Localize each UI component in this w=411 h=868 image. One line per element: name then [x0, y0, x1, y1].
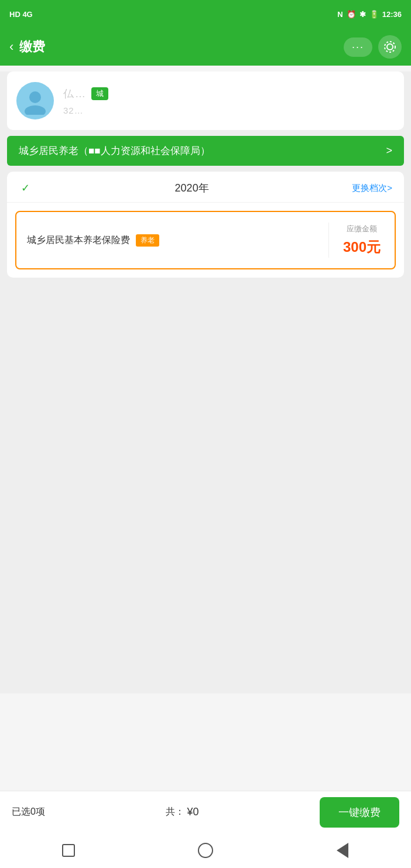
user-name: 仏…: [63, 87, 87, 101]
change-level-button[interactable]: 更换档次>: [352, 183, 392, 194]
alarm-icon: ⏰: [347, 10, 356, 19]
pension-badge: 养老: [136, 234, 159, 247]
nav-bar: ‹ 缴费 ···: [0, 28, 411, 66]
user-id: 32…: [63, 105, 395, 115]
battery-icon: 🔋: [369, 10, 379, 19]
home-icon: [198, 843, 213, 858]
bluetooth-icon: ✱: [359, 10, 366, 19]
avatar-head: [29, 91, 41, 103]
fee-item-left: 城乡居民基本养老保险费 养老: [16, 223, 328, 258]
user-info: 仏… 城 32…: [63, 87, 395, 115]
city-badge: 城: [91, 87, 108, 100]
nav-left: ‹ 缴费: [9, 38, 45, 56]
scan-button[interactable]: [378, 35, 402, 59]
system-nav-bar: [0, 833, 411, 868]
user-avatar: [16, 82, 54, 119]
service-banner-text: 城乡居民养老（■■人力资源和社会保障局）: [19, 144, 210, 158]
total-amount: ¥0: [187, 806, 198, 818]
nav-right: ···: [344, 35, 402, 59]
recents-icon: [62, 844, 75, 857]
status-left: HD 4G: [9, 10, 33, 19]
sys-nav-back[interactable]: [332, 840, 353, 861]
more-button[interactable]: ···: [344, 37, 372, 57]
status-bar: HD 4G N ⏰ ✱ 🔋 12:36: [0, 0, 411, 28]
fee-item-right: 应缴金额 300元: [329, 212, 395, 268]
service-banner-arrow: >: [386, 145, 392, 157]
pay-button[interactable]: 一键缴费: [320, 797, 399, 828]
status-right: N ⏰ ✱ 🔋 12:36: [337, 10, 402, 19]
nfc-icon: N: [337, 10, 342, 19]
service-banner[interactable]: 城乡居民养老（■■人力资源和社会保障局） >: [7, 136, 404, 166]
checkmark-icon: ✓: [19, 182, 32, 194]
selected-count: 已选0项: [12, 806, 45, 818]
total-prefix: 共：: [166, 806, 184, 818]
back-button[interactable]: ‹: [9, 39, 13, 54]
status-time: 12:36: [382, 10, 402, 19]
scan-circle-icon: [387, 44, 393, 50]
fee-amount-label: 应缴金额: [343, 224, 381, 234]
avatar-body: [25, 105, 46, 115]
sys-nav-home[interactable]: [195, 840, 216, 861]
status-network: HD 4G: [9, 10, 33, 19]
year-label: 2020年: [175, 181, 209, 195]
fee-card-header: ✓ 2020年 更换档次>: [7, 172, 404, 203]
page-title: 缴费: [19, 38, 45, 56]
empty-area: [0, 283, 411, 693]
sys-nav-recents[interactable]: [58, 840, 79, 861]
fee-amount: 300元: [343, 238, 381, 257]
main-content: 仏… 城 32… 城乡居民养老（■■人力资源和社会保障局） > ✓ 2020年 …: [0, 71, 411, 693]
user-name-row: 仏… 城: [63, 87, 395, 101]
back-icon: [337, 843, 348, 858]
fee-item[interactable]: 城乡居民基本养老保险费 养老 应缴金额 300元: [15, 211, 396, 269]
fee-card: ✓ 2020年 更换档次> 城乡居民基本养老保险费 养老 应缴金额 300元: [7, 172, 404, 278]
scan-outer-icon: [385, 42, 395, 52]
bottom-bar: 已选0项 共： ¥0 一键缴费: [0, 791, 411, 833]
user-card: 仏… 城 32…: [7, 71, 404, 130]
fee-item-name: 城乡居民基本养老保险费: [27, 234, 130, 247]
total-area: 共： ¥0: [166, 806, 198, 818]
